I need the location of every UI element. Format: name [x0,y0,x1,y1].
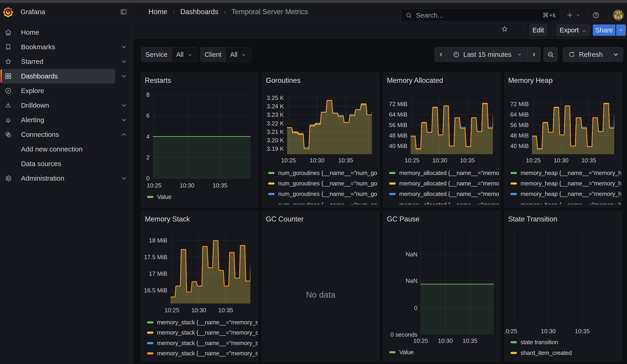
zoom-out-icon [547,51,554,58]
add-new-button[interactable] [566,9,582,21]
legend-item[interactable]: memory_allocated {__name__="memo [389,201,499,204]
legend-item[interactable]: memory_heap {__name__="memory_h [511,190,621,198]
legend-item[interactable]: memory_stack {__name__="memory_s [147,350,258,357]
legend-item[interactable]: Value [147,193,171,201]
bell-icon [4,116,12,124]
sidebar-item-label: Alerting [21,113,44,127]
chevron-down-icon[interactable] [120,116,127,123]
chevron-down-icon [613,51,619,58]
legend-item[interactable]: Value [389,349,414,356]
chevron-up-icon[interactable] [120,131,127,138]
time-shift-back-button[interactable] [435,48,447,62]
chevron-down-icon[interactable] [120,58,127,65]
export-button[interactable]: Export [556,24,590,36]
x-tick-label: 10:35 [218,307,233,313]
legend-item[interactable]: num_goroutines {__name__="num_go [268,169,377,177]
refresh-interval-dropdown[interactable] [608,48,623,62]
y-tick-label: 72 MiB [510,101,529,107]
sidebar-item-home[interactable]: Home [1,25,115,40]
legend-item[interactable]: memory_stack {__name__="memory_s [147,339,258,347]
legend-item[interactable]: memory_allocated {__name__="memo [389,180,499,187]
legend-label: memory_allocated {__name__="memo [399,180,499,187]
star-dashboard-button[interactable] [501,25,508,33]
legend-label: state transition [521,339,558,346]
share-dropdown-button[interactable] [616,24,626,36]
legend-label: num_goroutines {__name__="num_go [278,169,377,177]
y-tick-label: 0 seconds [390,331,418,338]
legend-item[interactable]: num_goroutines {__name__="num_go [268,201,377,204]
help-icon[interactable] [592,11,600,19]
legend-item[interactable]: memory_heap {__name__="memory_h [511,180,621,187]
sidebar-item-explore[interactable]: Explore [1,84,115,98]
legend-item[interactable]: memory_allocated {__name__="memo [389,169,499,177]
sidebar-item-starred[interactable]: Starred [1,54,115,69]
legend-item[interactable]: num_goroutines {__name__="num_go [268,190,377,198]
breadcrumb-separator-icon [223,3,227,21]
refresh-label: Refresh [579,51,603,58]
legend-item[interactable]: memory_heap {__name__="memory_h [511,201,621,204]
chevron-down-icon[interactable] [120,175,127,182]
x-tick-label: 10:35 [463,337,477,344]
plus-icon [566,11,574,19]
refresh-button[interactable]: Refresh [563,48,608,62]
y-tick-label: 3.21 K [267,128,284,135]
legend-item[interactable]: state transition [511,338,558,346]
home-icon [4,29,12,36]
chevron-down-icon [619,28,624,33]
y-tick-label: 16.5 MiB [144,287,167,294]
x-tick-label: 10:35 [575,328,590,335]
sidebar-item-administration[interactable]: Administration [1,171,115,186]
legend-item[interactable]: memory_stack {__name__="memory_s [147,329,258,336]
user-avatar[interactable] [613,9,624,20]
time-shift-forward-button[interactable] [527,48,540,62]
legend-item[interactable]: memory_allocated {__name__="memo [389,190,499,198]
legend-color-pill [389,351,396,353]
sidebar-item-add-new-connection[interactable]: Add new connection [1,142,115,156]
panel-title[interactable]: GC Counter [266,215,304,223]
sidebar-item-alerting[interactable]: Alerting [1,113,115,127]
sidebar-toggle-button[interactable] [120,8,127,15]
legend-label: shard_item_created [521,349,572,357]
legend-item[interactable]: memory_heap {__name__="memory_h [511,169,621,177]
chevron-down-icon[interactable] [120,44,127,51]
search-input[interactable]: Search... ⌘+k [401,8,560,22]
sidebar-item-data-sources[interactable]: Data sources [1,156,115,171]
legend-item[interactable]: shard_item_created [511,349,572,357]
dashboard-canvas: Service All Client All Last 15 minutes R… [133,39,627,364]
client-filter-value[interactable]: All [226,48,251,62]
zoom-out-button[interactable] [544,47,558,62]
legend-label: memory_heap {__name__="memory_h [521,180,621,187]
breadcrumb-home[interactable]: Home [149,8,167,16]
grafana-logo-icon[interactable] [3,7,13,17]
x-tick-label: 10:30 [180,182,195,189]
sidebar-item-label: Bookmarks [21,40,55,54]
legend-label: Value [399,349,414,356]
sidebar-item-connections[interactable]: Connections [1,127,115,142]
gear-icon [4,175,12,182]
legend-item[interactable]: num_goroutines {__name__="num_go [268,180,377,187]
legend-color-pill [511,341,517,343]
sidebar: HomeBookmarksStarredDashboardsExploreDri… [0,21,133,364]
refresh-icon [568,51,575,58]
sidebar-item-bookmarks[interactable]: Bookmarks [1,40,115,54]
y-tick-label: 40 MiB [389,143,408,149]
time-range-picker[interactable]: Last 15 minutes [447,48,527,62]
chevron-right-icon [531,52,537,57]
y-tick-label: 0 [146,175,150,182]
legend-item[interactable]: memory_stack {__name__="memory_s [147,319,258,326]
edit-button[interactable]: Edit [529,24,547,36]
toolbar-divider [524,24,524,35]
share-button[interactable]: Share [593,24,615,36]
legend-label: memory_heap {__name__="memory_h [521,201,621,205]
y-tick-label: NaN [406,277,418,284]
sidebar-item-drilldown[interactable]: Drilldown [1,98,115,113]
service-filter-value[interactable]: All [172,48,197,62]
no-data-message: No data [262,290,379,300]
x-tick-label: 10:25 [147,182,161,189]
sidebar-item-dashboards[interactable]: Dashboards [1,69,115,84]
chevron-down-icon[interactable] [120,102,127,109]
active-item-accent [0,70,2,83]
chevron-down-icon[interactable] [120,73,127,80]
legend-color-pill [147,321,154,323]
breadcrumb-dashboards[interactable]: Dashboards [180,8,218,16]
